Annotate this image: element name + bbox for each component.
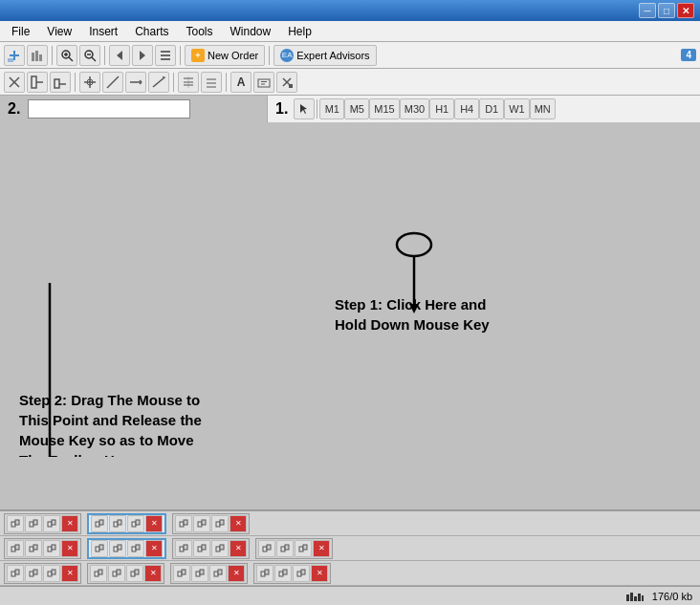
svg-rect-93 <box>299 547 303 551</box>
svg-rect-5 <box>39 54 42 61</box>
bt-r2-btn2a[interactable] <box>91 540 108 557</box>
bt-r3-btn3b[interactable] <box>191 565 208 582</box>
bt-r3-btn2a[interactable] <box>90 565 107 582</box>
bt-btn-1a[interactable] <box>7 515 24 532</box>
toolbar-btn-zoom-in[interactable] <box>56 45 77 66</box>
bt-r2-btn2c[interactable] <box>127 540 144 557</box>
menu-view[interactable]: View <box>39 23 79 40</box>
toolbar-btn-zoom-out[interactable] <box>79 45 100 66</box>
step2-input[interactable] <box>28 99 190 119</box>
toolbar-btn-scroll-right[interactable] <box>132 45 153 66</box>
timeframe-m15[interactable]: M15 <box>369 98 399 119</box>
corner-badge: 4 <box>681 49 696 61</box>
bt-r2-btn3a[interactable] <box>175 540 192 557</box>
toolbar-btn-properties[interactable] <box>155 45 176 66</box>
menu-file[interactable]: File <box>4 23 37 40</box>
timeframe-w1[interactable]: W1 <box>504 98 530 119</box>
svg-rect-67 <box>198 522 202 527</box>
tb2-line[interactable] <box>102 72 123 93</box>
minimize-button[interactable]: ─ <box>639 3 656 18</box>
timeframe-d1[interactable]: D1 <box>479 98 504 119</box>
timeframe-mn[interactable]: MN <box>530 98 556 119</box>
menu-insert[interactable]: Insert <box>81 23 125 40</box>
bt-r3-btn2c[interactable] <box>126 565 143 582</box>
bt-btn-2b[interactable] <box>109 515 126 532</box>
bt-btn-3a[interactable] <box>175 515 192 532</box>
close-button[interactable]: ✕ <box>677 3 694 18</box>
svg-rect-2 <box>8 58 13 62</box>
expert-advisors-button[interactable]: EA Expert Advisors <box>273 45 376 66</box>
bt-r3-btn3a[interactable] <box>173 565 190 582</box>
tb2-hline[interactable] <box>125 72 146 93</box>
bt-r2-btn3b[interactable] <box>193 540 210 557</box>
tb2-crosshair[interactable] <box>79 72 100 93</box>
bt-btn-2a[interactable] <box>91 515 108 532</box>
svg-marker-14 <box>140 51 145 60</box>
toolbar-btn-scroll-left[interactable] <box>109 45 130 66</box>
bt-r2-btn2b[interactable] <box>109 540 126 557</box>
bt-r3-close-1[interactable]: ✕ <box>61 565 78 582</box>
bt-btn-1c[interactable] <box>43 515 60 532</box>
bt-btn-3c[interactable] <box>211 515 229 532</box>
bt-r2-btn3c[interactable] <box>211 540 229 557</box>
timeframe-h1[interactable]: H1 <box>429 98 454 119</box>
svg-rect-119 <box>626 594 629 601</box>
bt-r3-btn4a[interactable] <box>256 565 273 582</box>
timeframe-h4[interactable]: H4 <box>454 98 479 119</box>
bt-r3-btn3c[interactable] <box>209 565 227 582</box>
bt-group-row2-2-highlighted: ✕ <box>87 538 166 559</box>
tb3-cursor[interactable] <box>294 98 315 119</box>
new-order-button[interactable]: + New Order <box>185 45 265 66</box>
bt-r3-btn1a[interactable] <box>7 565 24 582</box>
tb2-btn2[interactable] <box>27 72 48 93</box>
toolbar-btn-chart1[interactable] <box>27 45 48 66</box>
step2-number: 2. <box>8 100 20 118</box>
bt-r3-close-4[interactable]: ✕ <box>311 565 328 582</box>
menu-help[interactable]: Help <box>280 23 319 40</box>
svg-rect-110 <box>200 570 204 574</box>
bt-r3-btn4c[interactable] <box>293 565 310 582</box>
tb2-fib[interactable] <box>178 72 199 93</box>
tb2-trendline[interactable] <box>148 72 169 93</box>
bt-r2-close-3[interactable]: ✕ <box>230 540 247 557</box>
menu-window[interactable]: Window <box>223 23 279 40</box>
bt-close-1[interactable]: ✕ <box>61 515 78 532</box>
bt-btn-2c[interactable] <box>127 515 144 532</box>
menu-charts[interactable]: Charts <box>127 23 176 40</box>
bt-r3-btn1c[interactable] <box>43 565 60 582</box>
new-order-icon: + <box>191 49 205 62</box>
svg-rect-96 <box>15 570 19 574</box>
bt-r3-btn2b[interactable] <box>108 565 125 582</box>
bt-r2-btn1a[interactable] <box>7 540 24 557</box>
bt-r2-btn1b[interactable] <box>25 540 42 557</box>
bt-r2-close-4[interactable]: ✕ <box>313 540 330 557</box>
tb2-grid[interactable] <box>201 72 222 93</box>
bt-r3-btn4b[interactable] <box>274 565 292 582</box>
svg-rect-116 <box>283 570 287 574</box>
bt-r2-btn4a[interactable] <box>258 540 275 557</box>
bt-r3-btn1b[interactable] <box>25 565 42 582</box>
menu-tools[interactable]: Tools <box>179 23 221 40</box>
bt-r3-close-2[interactable]: ✕ <box>144 565 162 582</box>
tb2-more[interactable] <box>276 72 297 93</box>
bt-r2-btn4c[interactable] <box>295 540 312 557</box>
tb2-btn3[interactable] <box>50 72 71 93</box>
timeframe-m5[interactable]: M5 <box>344 98 369 119</box>
bt-btn-3b[interactable] <box>193 515 210 532</box>
tb2-sep3 <box>226 73 227 92</box>
timeframe-m1[interactable]: M1 <box>319 98 344 119</box>
maximize-button[interactable]: □ <box>658 3 675 18</box>
tb2-btn1[interactable] <box>4 72 25 93</box>
bt-r2-btn4b[interactable] <box>276 540 294 557</box>
bt-r2-btn1c[interactable] <box>43 540 60 557</box>
bt-r2-close-highlighted[interactable]: ✕ <box>145 540 163 557</box>
bt-btn-1b[interactable] <box>25 515 42 532</box>
bt-r2-close-1[interactable]: ✕ <box>61 540 78 557</box>
bt-close-2[interactable]: ✕ <box>145 515 163 532</box>
tb2-textbox[interactable] <box>253 72 274 93</box>
bt-r3-close-3[interactable]: ✕ <box>228 565 245 582</box>
toolbar-btn-plus[interactable] <box>4 45 25 66</box>
tb2-text[interactable]: A <box>230 72 252 93</box>
timeframe-m30[interactable]: M30 <box>400 98 429 119</box>
bt-close-3[interactable]: ✕ <box>230 515 247 532</box>
